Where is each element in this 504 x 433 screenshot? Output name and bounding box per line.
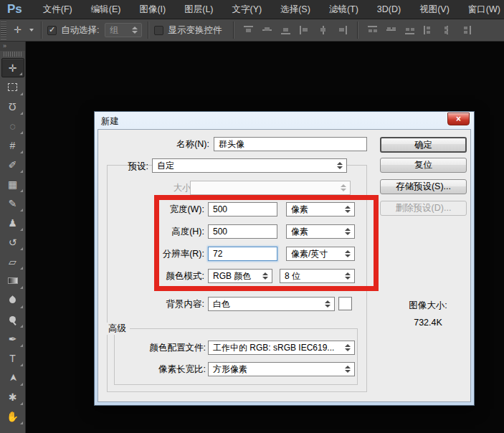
- preset-dropdown[interactable]: 自定: [152, 158, 347, 173]
- spinner-icon: [341, 184, 346, 191]
- tools-panel: » ✛ Ω ◌ # ✐ ▦ ✎ ♟ ↺ ▱ ✒ T ➤ ✱ ✋ ○: [0, 42, 26, 433]
- rectangular-marquee-tool-icon[interactable]: [1, 77, 24, 97]
- spinner-icon: [262, 272, 268, 280]
- menu-image[interactable]: 图像(I): [130, 0, 175, 19]
- distribute-vertical-centers-icon[interactable]: [386, 25, 397, 35]
- menu-file[interactable]: 文件(F): [34, 0, 82, 19]
- dialog-title: 新建: [101, 115, 119, 128]
- reset-button[interactable]: 复位: [380, 158, 467, 173]
- pen-tool-icon[interactable]: ✒: [1, 329, 24, 348]
- resolution-unit-dropdown[interactable]: 像素/英寸: [286, 247, 355, 261]
- crop-tool-icon[interactable]: #: [1, 135, 24, 155]
- distribute-right-edges-icon[interactable]: [460, 25, 472, 35]
- menu-window[interactable]: 窗口(W): [459, 0, 504, 19]
- eyedropper-tool-icon[interactable]: ✐: [1, 155, 24, 174]
- menu-filter[interactable]: 滤镜(T): [320, 0, 368, 19]
- distribute-top-edges-icon[interactable]: [367, 25, 379, 35]
- chevron-down-icon: [29, 29, 34, 32]
- zoom-tool-icon[interactable]: ○: [1, 426, 24, 433]
- size-dropdown: [190, 181, 351, 195]
- spinner-icon: [345, 206, 351, 213]
- distribute-left-edges-icon[interactable]: [423, 25, 434, 35]
- align-bottom-edges-icon[interactable]: [280, 25, 292, 35]
- eraser-tool-icon[interactable]: ▱: [1, 252, 24, 271]
- photoshop-logo: Ps: [7, 2, 22, 16]
- gradient-tool-icon[interactable]: [1, 271, 24, 290]
- pixel-aspect-ratio-dropdown[interactable]: 方形像素: [208, 362, 355, 376]
- menu-select[interactable]: 选择(S): [271, 0, 320, 19]
- move-tool-preset-icon[interactable]: ✛: [11, 22, 35, 38]
- background-contents-dropdown[interactable]: 白色: [208, 297, 335, 311]
- distribute-horizontal-centers-icon[interactable]: [442, 25, 453, 35]
- show-transform-controls-label: 显示变换控件: [168, 24, 222, 37]
- options-bar-grip[interactable]: [1, 21, 6, 39]
- close-icon[interactable]: ×: [447, 113, 470, 125]
- collapse-panel-icon[interactable]: »: [0, 42, 25, 51]
- color-profile-label: 颜色配置文件:: [120, 341, 206, 355]
- quick-selection-tool-icon[interactable]: ◌: [1, 116, 24, 135]
- color-mode-label: 颜色模式:: [140, 270, 204, 283]
- name-input[interactable]: 群头像: [214, 137, 367, 151]
- delete-preset-button: 删除预设(D)...: [380, 201, 467, 216]
- type-tool-icon[interactable]: T: [1, 348, 24, 368]
- color-profile-dropdown[interactable]: 工作中的 RGB: sRGB IEC619...: [208, 341, 355, 355]
- image-size-label: 图像大小:: [381, 300, 475, 312]
- pixel-aspect-ratio-label: 像素长宽比:: [127, 363, 206, 376]
- align-vertical-centers-icon[interactable]: [262, 25, 273, 35]
- spinner-icon: [345, 366, 351, 373]
- hand-tool-icon[interactable]: ✋: [1, 406, 24, 426]
- blur-tool-icon[interactable]: [1, 290, 24, 310]
- separator: [357, 22, 358, 39]
- align-top-edges-icon[interactable]: [243, 25, 255, 35]
- photoshop-window: Ps 文件(F) 编辑(E) 图像(I) 图层(L) 文字(Y) 选择(S) 滤…: [0, 0, 504, 433]
- history-brush-tool-icon[interactable]: ↺: [1, 232, 24, 252]
- width-input[interactable]: 500: [208, 202, 277, 217]
- spinner-icon: [132, 27, 138, 34]
- menu-view[interactable]: 视图(V): [410, 0, 459, 19]
- size-label: 大小:: [151, 181, 194, 195]
- ok-button[interactable]: 确定: [380, 137, 467, 153]
- bit-depth-dropdown[interactable]: 8 位: [280, 269, 355, 283]
- height-unit-dropdown[interactable]: 像素: [286, 224, 355, 239]
- spinner-icon: [345, 250, 351, 257]
- width-unit-dropdown[interactable]: 像素: [286, 202, 355, 217]
- background-color-swatch[interactable]: [338, 297, 352, 310]
- tool-options-bar: ✛ 自动选择: 组 显示变换控件: [0, 19, 504, 42]
- show-transform-controls-checkbox[interactable]: [154, 26, 163, 35]
- menu-3d[interactable]: 3D(D): [368, 0, 410, 19]
- background-contents-label: 背景内容:: [140, 298, 204, 311]
- spinner-icon: [345, 272, 351, 280]
- height-label: 高度(H):: [140, 225, 204, 239]
- new-document-dialog: 新建 × 名称(N): 群头像 预设: 自定 大小: 宽度(W): 500: [94, 111, 475, 406]
- align-right-edges-icon[interactable]: [336, 25, 348, 35]
- save-preset-button[interactable]: 存储预设(S)...: [380, 179, 467, 194]
- resolution-input[interactable]: 72: [208, 247, 277, 261]
- move-tool-icon[interactable]: ✛: [1, 58, 24, 77]
- align-left-edges-icon[interactable]: [299, 25, 310, 35]
- menu-type[interactable]: 文字(Y): [223, 0, 272, 19]
- clone-stamp-tool-icon[interactable]: ♟: [1, 213, 24, 232]
- separator: [41, 22, 42, 39]
- path-selection-tool-icon[interactable]: ➤: [1, 368, 24, 387]
- spinner-icon: [337, 162, 343, 169]
- menu-edit[interactable]: 编辑(E): [82, 0, 130, 19]
- dialog-title-bar[interactable]: 新建 ×: [95, 112, 474, 129]
- dialog-body: 名称(N): 群头像 预设: 自定 大小: 宽度(W): 500 像素 高度: [98, 129, 471, 402]
- spot-healing-brush-tool-icon[interactable]: ▦: [1, 174, 24, 194]
- separator: [148, 22, 148, 39]
- custom-shape-tool-icon[interactable]: ✱: [1, 387, 24, 406]
- distribute-bottom-edges-icon[interactable]: [404, 25, 416, 35]
- preset-label: 预设:: [113, 160, 148, 173]
- brush-tool-icon[interactable]: ✎: [1, 194, 24, 213]
- panel-grip[interactable]: [4, 52, 22, 57]
- lasso-tool-icon[interactable]: Ω: [1, 97, 24, 116]
- auto-select-target-dropdown[interactable]: 组: [105, 23, 142, 37]
- dodge-tool-icon[interactable]: [1, 310, 24, 329]
- menu-layer[interactable]: 图层(L): [175, 0, 222, 19]
- spinner-icon: [345, 344, 351, 351]
- height-input[interactable]: 500: [208, 224, 277, 239]
- color-mode-dropdown[interactable]: RGB 颜色: [208, 269, 272, 283]
- separator: [233, 22, 234, 39]
- auto-select-checkbox[interactable]: [47, 26, 57, 35]
- align-horizontal-centers-icon[interactable]: [318, 25, 329, 35]
